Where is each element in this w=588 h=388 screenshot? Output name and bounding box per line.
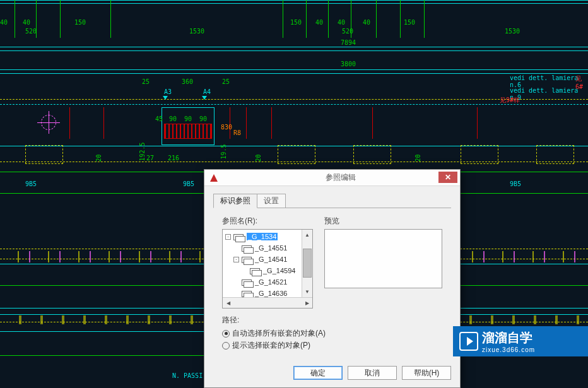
close-icon: ✕ [445, 173, 451, 182]
radio-label: 提示选择嵌套的对象(P) [232, 340, 310, 351]
help-button[interactable]: 帮助(H) [402, 366, 451, 380]
tree-toggle-icon[interactable]: - [225, 234, 231, 240]
reference-name-label: 参照名(R): [222, 216, 313, 226]
dim-text: 150 [404, 19, 415, 26]
scroll-thumb[interactable] [303, 249, 312, 278]
cancel-button[interactable]: 取消 [348, 366, 397, 380]
block-ref-icon [242, 256, 253, 263]
tree-node[interactable]: _G_14594 [224, 265, 311, 276]
dim-text: 27 [146, 155, 154, 162]
dim-text: 45 [155, 115, 163, 122]
block-ref-icon [242, 278, 253, 286]
dim-text: 1530 [505, 28, 520, 35]
dim-text: 40 [338, 19, 345, 26]
annotation: N. PASSI [172, 372, 203, 379]
dim-text: 150 [74, 19, 86, 26]
tree-node-label: _G_14541 [255, 256, 287, 263]
tab-settings[interactable]: 设置 [257, 194, 286, 208]
dim-text: 3800 [341, 61, 356, 68]
reference-tree[interactable]: -_G_1534_G_14551-_G_14541_G_14594_G_1452… [222, 229, 313, 309]
section-marker: A3 [164, 88, 172, 95]
tree-node[interactable]: -_G_14541 [224, 254, 311, 265]
dim-text: 40 [315, 19, 323, 26]
dim-text: 40 [363, 19, 370, 26]
dim-text: 7894 [341, 39, 356, 46]
dim-text: 20 [95, 154, 102, 162]
block-ref-icon [250, 267, 261, 274]
watermark-title: 溜溜自学 [482, 329, 535, 346]
block-ref-icon [242, 290, 253, 297]
radio-prompt-select[interactable]: 提示选择嵌套的对象(P) [222, 340, 442, 351]
tree-node-label: _G_1534 [247, 233, 278, 240]
tree-node[interactable]: _G_14521 [224, 276, 311, 288]
path-label: 路径: [222, 315, 442, 326]
scroll-left-icon[interactable]: ◀ [223, 298, 233, 309]
dialog-titlebar[interactable]: 参照编辑 ✕ [204, 170, 460, 186]
radio-auto-select[interactable]: 自动选择所有嵌套的对象(A) [222, 328, 442, 339]
ok-button[interactable]: 确定 [293, 366, 343, 380]
tree-toggle-icon[interactable]: - [233, 257, 239, 262]
dim-text: 192.5 [139, 142, 146, 161]
tree-node-label: _G_14594 [263, 267, 295, 274]
beam-label: 9B5 [183, 180, 194, 187]
watermark-banner: 溜溜自学 zixue.3d66.com [453, 326, 588, 356]
dim-text: 20 [415, 154, 421, 162]
tree-horizontal-scrollbar[interactable]: ◀ ▶ [223, 297, 312, 308]
scroll-right-icon[interactable]: ▶ [302, 298, 312, 309]
dialog-title: 参照编辑 [221, 172, 460, 183]
tree-node-label: _G_14636 [255, 290, 287, 297]
ref-text: 830 [221, 124, 232, 131]
dim-text: 25 [142, 78, 150, 85]
dim-text: 520 [342, 28, 353, 35]
scroll-up-icon[interactable]: ▲ [302, 230, 312, 240]
dim-text: 150 [290, 19, 302, 26]
reference-edit-dialog: 参照编辑 ✕ 标识参照 设置 参照名(R): -_G_1534_G_14551-… [204, 169, 461, 388]
section-arrow-icon [202, 96, 207, 100]
dim-text: 90 [199, 115, 207, 122]
tree-node[interactable]: _G_14551 [224, 242, 311, 254]
block-ref-icon [242, 244, 253, 252]
beam-label: 9B5 [25, 180, 37, 187]
tree-node-label: _G_14521 [255, 278, 287, 286]
dim-text: 360 [182, 78, 193, 85]
close-button[interactable]: ✕ [438, 172, 457, 183]
radio-icon [222, 330, 230, 338]
dim-text: 520 [25, 28, 37, 35]
section-arrow-icon [163, 96, 168, 100]
dim-text: 40 [23, 19, 30, 26]
beam-label: 9B5 [510, 180, 521, 187]
radio-icon [222, 342, 230, 350]
dim-text: 216 [168, 155, 179, 162]
ref-text: R8 [233, 129, 241, 136]
block-ref-icon [233, 233, 245, 240]
dim-text: 90 [184, 115, 192, 122]
dim-text: 20 [255, 154, 262, 162]
section-marker: A4 [203, 88, 211, 95]
tree-vertical-scrollbar[interactable]: ▲ ▼ [302, 230, 312, 297]
dim-text: 90 [169, 115, 177, 122]
watermark-url: zixue.3d66.com [482, 346, 535, 353]
scroll-down-icon[interactable]: ▼ [302, 286, 312, 297]
preview-label: 预览 [324, 216, 442, 226]
tree-node[interactable]: -_G_1534 [224, 231, 311, 242]
dialog-tabs: 标识参照 设置 [213, 194, 451, 208]
dim-text: 19.5 [220, 144, 227, 159]
radio-label: 自动选择所有嵌套的对象(A) [232, 328, 326, 339]
annotation: 见9#样 [500, 96, 520, 105]
dim-40: 40 [0, 19, 8, 26]
dim-text: 25 [222, 78, 230, 85]
play-icon [459, 332, 478, 351]
annotation: vedi dett. lamiera n.9 [510, 87, 588, 101]
app-icon [207, 171, 221, 185]
tree-node-label: _G_14551 [255, 244, 287, 252]
dim-text: 1530 [189, 28, 204, 35]
preview-pane [324, 229, 442, 288]
tab-identify-reference[interactable]: 标识参照 [213, 194, 257, 208]
